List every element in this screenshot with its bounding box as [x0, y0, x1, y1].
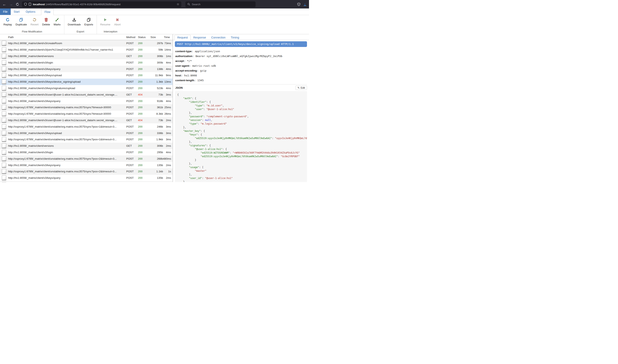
cell-size: 138b	[148, 67, 163, 71]
cell-icon	[0, 73, 8, 78]
document-icon	[2, 150, 6, 155]
json-line: "master"	[177, 169, 305, 173]
replay-button[interactable]: Replay	[2, 16, 14, 29]
tab-timing[interactable]: Timing	[228, 35, 242, 40]
edit-button[interactable]: ✎ Edit	[296, 86, 307, 90]
json-line: },	[177, 162, 305, 166]
resume-button[interactable]: Resume	[98, 16, 112, 29]
cell-path: http://hs1:8008/_matrix/client/v3/keys/q…	[8, 164, 126, 167]
column-header-status[interactable]: Status	[138, 36, 148, 39]
cell-method: GET	[126, 55, 138, 58]
bookmark-star-icon[interactable]: ☆	[177, 2, 179, 6]
table-row[interactable]: http://hs1:8008/_matrix/client/v3/keys/d…	[0, 78, 173, 85]
cell-status: 200	[138, 157, 148, 160]
cell-time: 2ms	[163, 164, 173, 167]
json-line: "signatures": {	[177, 144, 305, 147]
table-row[interactable]: http://hs1:8008/_matrix/client/v3/keys/q…	[0, 162, 173, 168]
cell-path: http://hs1:8008/_matrix/client/v3/keys/s…	[8, 87, 126, 90]
paintbrush-icon	[55, 17, 59, 22]
table-row[interactable]: http://hs1:8008/_matrix/client/v3/loginP…	[0, 59, 173, 66]
table-row[interactable]: http://hs1:8008/_matrix/client/v3/user/@…	[0, 117, 173, 124]
play-icon	[104, 17, 107, 22]
document-icon	[2, 111, 6, 116]
document-icon	[2, 60, 6, 65]
cell-status: 200	[138, 170, 148, 173]
browser-chrome: ← → localhost:1445/#/flows/fba5f13d-91e1…	[0, 0, 309, 9]
cell-method: POST	[126, 74, 138, 77]
cell-size: 1.3kb	[148, 80, 163, 83]
url-bar[interactable]: localhost:1445/#/flows/fba5f13d-91e1-437…	[22, 1, 181, 7]
cell-size: 306b	[148, 55, 163, 58]
table-row[interactable]: http://ssproxy1:6789/_matrix/client/unst…	[0, 136, 173, 143]
table-row[interactable]: http://hs1:8008/_matrix/client/v3/create…	[0, 40, 173, 47]
table-row[interactable]: http://hs1:8008/_matrix/client/v3/keys/q…	[0, 175, 173, 181]
column-header-path[interactable]: Path	[8, 36, 126, 39]
table-row[interactable]: http://ssproxy1:6789/_matrix/client/unst…	[0, 168, 173, 175]
request-headers: content-type: application/jsonauthorizat…	[175, 49, 307, 83]
back-icon[interactable]: ←	[2, 2, 6, 6]
request-header: content-length: 1345	[175, 78, 307, 83]
duplicate-button[interactable]: Duplicate	[14, 16, 29, 29]
table-row[interactable]: http://hs1:8008/_matrix/client/v3/keys/u…	[0, 72, 173, 78]
table-row[interactable]: http://ssproxy1:6789/_matrix/client/unst…	[0, 111, 173, 117]
menu-tab-options[interactable]: Options	[23, 9, 38, 15]
table-row[interactable]: http://ssproxy1:6789/_matrix/client/unst…	[0, 156, 173, 162]
cell-icon	[0, 150, 8, 155]
search-icon	[187, 3, 190, 6]
delete-button[interactable]: Delete	[40, 16, 52, 29]
document-icon	[2, 137, 6, 142]
column-header-size[interactable]: Size	[148, 36, 163, 39]
tab-request[interactable]: Request	[175, 35, 191, 40]
column-header-time[interactable]: Time	[163, 36, 173, 39]
edit-pencil-icon: ✎	[297, 86, 299, 89]
cell-path: http://hs1:8008/_matrix/client/v3/create…	[8, 42, 126, 45]
cell-path: http://ssproxy1:6789/_matrix/client/unst…	[8, 138, 126, 141]
page-icon[interactable]	[29, 3, 31, 6]
table-row[interactable]: http://hs1:8008/_matrix/client/v3/keys/u…	[0, 130, 173, 136]
table-row[interactable]: http://hs1:8008/_matrix/client/v3/loginP…	[0, 149, 173, 156]
extension-shield-icon[interactable]: V	[297, 3, 300, 6]
revert-button[interactable]: Revert	[29, 16, 40, 29]
table-row[interactable]: http://hs1:8008/_matrix/client/versionsG…	[0, 143, 173, 149]
table-row[interactable]: http://hs1:8008/_matrix/client/v3/join/%…	[0, 47, 173, 53]
cell-path: http://hs1:8008/_matrix/client/v3/login	[8, 151, 126, 154]
abort-button[interactable]: ✖ Abort	[112, 16, 123, 29]
reload-icon[interactable]	[16, 3, 19, 6]
download-button[interactable]: Download▾	[66, 16, 83, 29]
menu-tab-start[interactable]: Start	[11, 9, 23, 15]
flow-table: Path Method Status Size Time http://hs1:…	[0, 34, 173, 182]
browser-search-bar[interactable]: Search	[185, 1, 255, 7]
table-row[interactable]: http://hs1:8008/_matrix/client/v3/keys/q…	[0, 66, 173, 72]
json-line: "auth": {	[177, 97, 305, 100]
request-line[interactable]: POST http://hs1:8008/_matrix/client/v3/k…	[175, 41, 307, 47]
menu-tab-flow[interactable]: Flow	[41, 9, 54, 15]
table-row[interactable]	[0, 181, 173, 182]
cell-path: http://ssproxy1:6789/_matrix/client/unst…	[8, 112, 126, 115]
cell-method: GET	[126, 93, 138, 96]
cell-size: 1.1kb	[148, 170, 163, 173]
shield-icon[interactable]	[24, 3, 27, 6]
cell-size: 1.9kb	[148, 138, 163, 141]
flow-table-header[interactable]: Path Method Status Size Time	[0, 34, 173, 40]
json-body-viewer[interactable]: { "auth": { "identifier": { "type": "m.i…	[175, 91, 307, 182]
table-row[interactable]: http://ssproxy1:6789/_matrix/client/unst…	[0, 104, 173, 111]
menu-tab-file[interactable]: File	[0, 9, 11, 15]
forward-icon: →	[9, 2, 13, 6]
table-row[interactable]: http://hs1:8008/_matrix/client/v3/keys/s…	[0, 85, 173, 91]
cell-icon	[0, 163, 8, 168]
request-detail-body: POST http://hs1:8008/_matrix/client/v3/k…	[173, 40, 309, 182]
table-row[interactable]: http://hs1:8008/_matrix/client/v3/user/@…	[0, 91, 173, 98]
column-header-method[interactable]: Method	[126, 36, 138, 39]
table-row[interactable]: http://hs1:8008/_matrix/client/versionsG…	[0, 53, 173, 59]
tab-connection[interactable]: Connection	[209, 35, 228, 40]
cell-status: 200	[138, 55, 148, 58]
table-row[interactable]: http://ssproxy1:6789/_matrix/client/unst…	[0, 123, 173, 130]
downloads-icon[interactable]: ↓	[304, 3, 306, 6]
export-button[interactable]: Export▾	[82, 16, 95, 29]
mark-button[interactable]: Mark▾	[52, 16, 63, 29]
cell-status: 200	[138, 106, 148, 109]
json-line: }	[177, 180, 305, 182]
cell-size: 11.9kb	[148, 74, 163, 77]
table-row[interactable]: http://hs1:8008/_matrix/client/v3/keys/q…	[0, 98, 173, 104]
tab-response[interactable]: Response	[191, 35, 209, 40]
